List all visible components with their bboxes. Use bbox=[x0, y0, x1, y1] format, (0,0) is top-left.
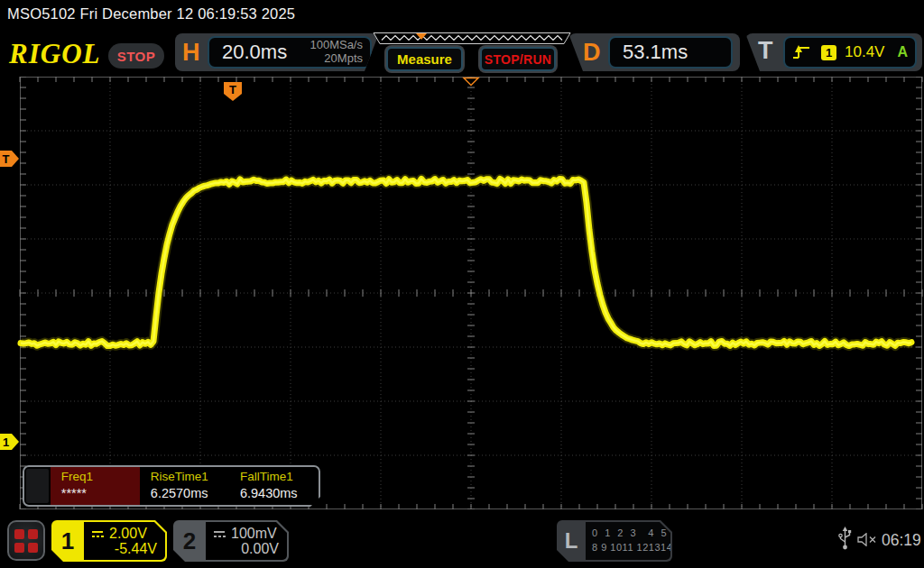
channel-1-number: 1 bbox=[51, 520, 84, 562]
channel-1-scale: 2.00V bbox=[109, 526, 147, 542]
timebase-value: 20.0ms bbox=[222, 41, 287, 64]
trigger-label: T bbox=[758, 37, 773, 65]
delay-value: 53.1ms bbox=[623, 41, 688, 64]
grid-icon bbox=[14, 529, 38, 553]
rigol-logo: RIGOL bbox=[9, 38, 100, 70]
trigger-mode-auto: A bbox=[897, 44, 908, 60]
measurement-scroll-handle[interactable] bbox=[26, 469, 49, 503]
channel-1-offset: -5.44V bbox=[115, 541, 157, 557]
channel-2-offset: 0.00V bbox=[241, 541, 279, 557]
logic-label: L bbox=[557, 520, 586, 562]
channel-2-scale: 100mV bbox=[231, 526, 277, 542]
memory-depth: 20Mpts bbox=[310, 52, 363, 66]
horizontal-label: H bbox=[182, 39, 200, 67]
usb-icon bbox=[837, 527, 853, 551]
logic-channels-8-15: 8 9 1011 12131415 bbox=[592, 541, 670, 555]
oscilloscope-screen: MSO5102 Fri December 12 06:19:53 2025 RI… bbox=[0, 0, 924, 568]
stop-run-button[interactable]: STOP/RUN bbox=[480, 47, 556, 71]
timebase-display: 20.0ms 100MSa/s 20Mpts bbox=[208, 36, 372, 69]
horizontal-center-marker[interactable] bbox=[464, 78, 478, 86]
record-strip-outline bbox=[374, 33, 570, 44]
page-title: MSO5102 Fri December 12 06:19:53 2025 bbox=[7, 5, 295, 23]
quick-menu-button[interactable] bbox=[7, 520, 45, 561]
measurement-falltime1[interactable]: FallTime1 6.9430ms bbox=[229, 467, 319, 505]
waveform-display: T1T bbox=[0, 77, 924, 509]
svg-text:T: T bbox=[3, 152, 10, 166]
logic-channels-0-7: 0 1 2 3 4 5 6 7 bbox=[592, 527, 670, 541]
trigger-panel[interactable]: T 1 10.4V A bbox=[745, 33, 922, 71]
delay-display: 53.1ms bbox=[608, 36, 733, 69]
waveform-trace-ch1 bbox=[21, 179, 911, 346]
speaker-muted-icon bbox=[857, 533, 880, 546]
channel-2-block[interactable]: 2 100mV 0.00V bbox=[173, 520, 289, 562]
channel-1-block[interactable]: 1 2.00V -5.44V bbox=[51, 520, 167, 562]
measurement-panel[interactable]: Freq1 ***** RiseTime1 6.2570ms FallTime1… bbox=[23, 465, 320, 507]
trigger-position-marker[interactable]: T bbox=[224, 82, 242, 101]
trigger-display: 1 10.4V A bbox=[783, 36, 917, 69]
svg-text:1: 1 bbox=[3, 435, 9, 449]
dc-coupling-icon bbox=[213, 529, 226, 539]
dc-coupling-icon bbox=[91, 529, 105, 539]
channel-1-marker[interactable]: 1 bbox=[0, 434, 19, 450]
trigger-level-marker[interactable]: T bbox=[0, 151, 19, 167]
trigger-source-badge: 1 bbox=[821, 45, 836, 60]
measure-button[interactable]: Measure bbox=[386, 47, 463, 71]
record-position-indicator[interactable] bbox=[373, 32, 571, 45]
trigger-level-value: 10.4V bbox=[845, 43, 884, 61]
svg-text:T: T bbox=[229, 83, 236, 96]
measurement-risetime1[interactable]: RiseTime1 6.2570ms bbox=[140, 467, 229, 505]
clock: 06:19 bbox=[882, 531, 921, 550]
horizontal-settings-panel[interactable]: H 20.0ms 100MSa/s 20Mpts bbox=[175, 33, 379, 71]
delay-panel[interactable]: D 53.1ms bbox=[568, 33, 740, 71]
rising-edge-trigger-icon bbox=[792, 44, 810, 60]
logic-analyzer-block[interactable]: L 0 1 2 3 4 5 6 7 8 9 1011 12131415 bbox=[557, 520, 672, 562]
run-state-badge[interactable]: STOP bbox=[108, 43, 164, 69]
delay-label: D bbox=[583, 39, 601, 67]
channel-2-number: 2 bbox=[173, 520, 206, 562]
measurement-freq1[interactable]: Freq1 ***** bbox=[51, 467, 140, 505]
sample-rate: 100MSa/s bbox=[310, 39, 363, 52]
